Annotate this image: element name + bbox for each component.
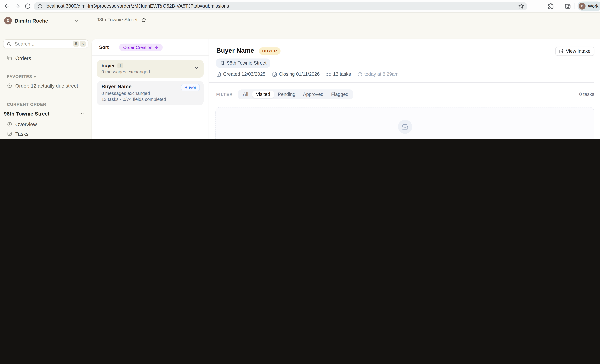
role-badge: Buyer [181,84,200,91]
submissions-list: buyer 1 0 messages exchanged Buyer Name … [92,56,208,109]
forward-icon[interactable] [14,3,21,9]
folders-icon [7,55,15,61]
favorites-section-label: FAVORITES [7,74,32,79]
group-title: buyer [101,63,115,68]
side-panel-search-icon[interactable] [564,3,571,9]
browser-toolbar: localhost:3000/dimi-lm3/processor/order/… [0,0,600,13]
submission-line2: 13 tasks • 0/74 fields completed [101,97,199,102]
sidebar-item-label: Orders [15,55,31,61]
chevron-down-icon [74,18,79,23]
task-count-label: 0 tasks [579,92,594,97]
address-bar[interactable]: localhost:3000/dimi-lm3/processor/order/… [34,2,527,10]
tab-visited[interactable]: Visited [252,91,274,98]
site-info-icon[interactable] [38,4,43,9]
back-icon[interactable] [3,3,10,9]
browser-actions: D Work [527,0,600,12]
calendar-check-icon [272,72,277,77]
section-caret-icon [34,74,36,79]
external-link-icon [559,49,563,54]
group-count-badge: 1 [117,63,123,68]
current-order-section-label: CURRENT ORDER [7,102,46,107]
search-input[interactable] [14,41,72,47]
tab-flagged[interactable]: Flagged [327,91,352,98]
sort-value: Order Creation [123,45,152,49]
order-address-label: 98th Townie Street [227,61,267,66]
filter-tabs: All Visited Pending Approved Flagged [238,90,353,100]
reload-icon[interactable] [24,3,31,9]
favorite-item[interactable]: Order: 12 actually due street [3,81,89,90]
last-updated: today at 8:29am [357,72,399,77]
view-intake-button[interactable]: View Intake [555,47,594,56]
sort-order-button[interactable]: Order Creation [119,43,163,51]
tab-all[interactable]: All [239,91,252,98]
empty-state: No tasks found Try adjusting your filter… [216,107,594,139]
sidebar-item-label: Tasks [15,131,28,136]
sort-row: Sort Order Creation [92,39,208,56]
detail-title: Buyer Name [216,47,254,55]
created-date: Created 12/03/2025 [216,72,265,77]
shortcut-cmd-key: ⌘ [73,41,79,46]
url-text: localhost:3000/dimi-lm3/processor/order/… [46,3,229,9]
user-avatar: D [4,17,12,24]
sort-label: Sort [99,45,109,50]
favorite-item-label: Order: 12 actually due street [15,83,78,88]
chevron-down-icon[interactable] [194,65,199,70]
circle-dot-icon [7,83,15,88]
search-icon [6,41,11,46]
info-icon [7,121,15,127]
empty-state-circle [398,120,412,134]
tab-approved[interactable]: Approved [299,91,327,98]
calendar-plus-icon [216,72,221,77]
search-box[interactable]: ⌘ K [3,39,88,48]
favorite-star-icon[interactable] [141,17,147,22]
arrow-down-icon [154,45,159,49]
filter-row: FILTER All Visited Pending Approved Flag… [216,90,594,100]
building-icon [220,61,225,65]
favorites-section-header[interactable]: FAVORITES [7,74,36,79]
browser-menu-icon[interactable] [592,3,599,9]
filter-label: FILTER [216,92,233,97]
workspace-switcher[interactable]: D Dimitri Roche [3,16,89,25]
view-intake-label: View Intake [566,49,591,54]
sidebar-item-orders[interactable]: Orders [3,54,89,63]
inbox-icon [401,123,408,130]
screenshot-root: localhost:3000/dimi-lm3/processor/order/… [0,0,600,139]
content-card: Sort Order Creation buyer 1 0 [92,39,600,139]
header-divider [209,82,594,82]
sidebar-item-overview[interactable]: Overview [3,120,89,129]
check-square-icon [7,131,15,136]
current-order-title-row[interactable]: 98th Townie Street [4,110,89,117]
user-name: Dimitri Roche [15,18,74,23]
submissions-list-panel: Sort Order Creation buyer 1 0 [92,39,209,139]
detail-meta-row: Created 12/03/2025 Closing 01/11/2026 13… [216,72,398,77]
empty-state-title: No tasks found [386,138,423,139]
toolbar-divider [559,3,559,9]
order-menu-icon[interactable] [79,111,84,116]
current-order-section-header: CURRENT ORDER [7,102,46,107]
group-subtitle: 0 messages exchanged [101,69,199,75]
shortcut-k-key: K [80,41,86,46]
sidebar-item-submissions[interactable]: Submissions [3,139,89,139]
bookmark-star-icon[interactable] [518,3,524,9]
order-header-title: 98th Townie Street [96,17,138,23]
refresh-icon [357,72,362,77]
toolbar-divider [574,3,574,9]
buyer-badge: BUYER [259,47,281,55]
closing-date: Closing 01/11/2026 [272,72,320,77]
list-checks-icon [326,72,331,77]
sidebar-item-tasks[interactable]: Tasks [3,129,89,138]
extensions-icon[interactable] [548,3,554,9]
profile-avatar: D [579,3,585,9]
order-header: 98th Townie Street [96,17,147,23]
order-address-chip[interactable]: 98th Townie Street [216,59,270,68]
tab-pending[interactable]: Pending [274,91,299,98]
sidebar-item-label: Overview [15,121,37,127]
submission-item-buyer-name[interactable]: Buyer Name Buyer 0 messages exchanged 13… [97,81,204,105]
task-count-meta: 13 tasks [326,72,351,77]
submission-group-buyer[interactable]: buyer 1 0 messages exchanged [97,60,204,78]
sidebar: D Dimitri Roche ⌘ K Orders [0,12,92,139]
submission-detail-panel: Buyer Name BUYER View Intake 98th Townie… [209,39,600,139]
app-body: 98th Townie Street D Dimitri Roche ⌘ K [0,12,600,139]
current-order-title: 98th Townie Street [4,111,79,116]
